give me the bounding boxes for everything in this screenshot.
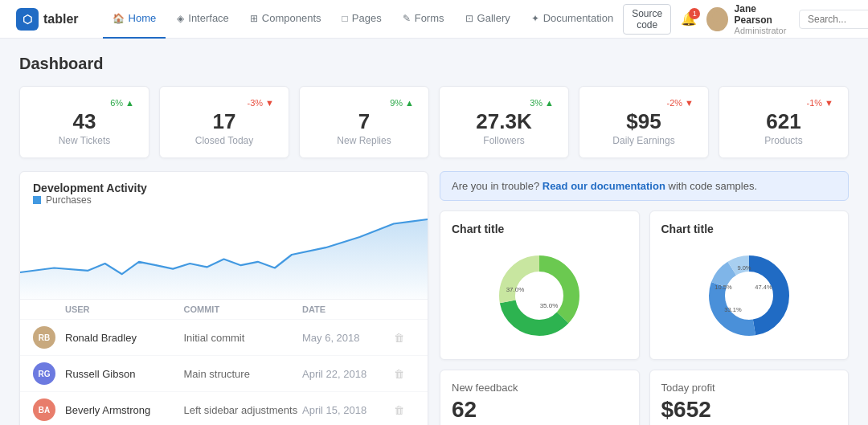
- nav-link-home[interactable]: 🏠Home: [103, 0, 166, 39]
- row-delete-button[interactable]: 🗑: [383, 332, 415, 344]
- topbar-right: Source code 🔔 1 Jane Pearson Administrat…: [623, 3, 868, 35]
- legend-label: Purchases: [46, 194, 92, 206]
- chart-panel-2: Chart title: [649, 210, 850, 360]
- row-commit: Left sidebar adjustments: [184, 404, 303, 416]
- main-content: Dashboard 6% ▲ 43 New Tickets -3% ▼ 17 C…: [0, 39, 868, 425]
- nav-icon: ◈: [177, 13, 184, 24]
- stat-card-inner: 17 Closed Today: [174, 111, 274, 146]
- row-commit: Initial commit: [184, 332, 303, 344]
- stat-card-top: -3% ▼: [174, 98, 274, 108]
- stat-value: 17: [174, 111, 274, 132]
- nav-icon: 🏠: [113, 13, 125, 24]
- table-header: USER COMMIT DATE: [20, 299, 428, 319]
- stat-pct: -1% ▼: [806, 98, 833, 108]
- svg-text:9.0%: 9.0%: [737, 264, 751, 272]
- chart2-title: Chart title: [661, 223, 837, 235]
- stat-card-products: -1% ▼ 621 Products: [719, 86, 849, 158]
- stat-card-closed-today: -3% ▼ 17 Closed Today: [159, 86, 289, 158]
- stat-card-top: 3% ▲: [454, 98, 554, 108]
- alert-link[interactable]: Read our documentation: [542, 180, 665, 192]
- stat-label: Daily Earnings: [594, 135, 694, 146]
- search-input[interactable]: [799, 10, 868, 29]
- user-name: Jane Pearson: [735, 3, 789, 26]
- stat-card-inner: 27.3K Followers: [454, 111, 554, 146]
- stat-value: 621: [734, 111, 833, 132]
- stat-card-top: -1% ▼: [734, 98, 833, 108]
- feedback-value: 62: [452, 397, 628, 423]
- nav-icon: ✎: [403, 13, 411, 24]
- stat-card-new-tickets: 6% ▲ 43 New Tickets: [19, 86, 149, 158]
- nav-icon: ⊞: [250, 13, 258, 24]
- nav-link-interface[interactable]: ◈Interface: [167, 0, 239, 39]
- stat-pct: -3% ▼: [247, 98, 274, 108]
- row-commit: Main structure: [184, 368, 303, 380]
- profit-value: $652: [661, 397, 837, 423]
- logo-icon: ⬡: [16, 8, 39, 31]
- nav-link-components[interactable]: ⊞Components: [240, 0, 331, 39]
- row-name: Ronald Bradley: [65, 332, 184, 344]
- stat-cards-row: 6% ▲ 43 New Tickets -3% ▼ 17 Closed Toda…: [19, 86, 849, 158]
- source-code-button[interactable]: Source code: [623, 4, 671, 35]
- svg-text:33.1%: 33.1%: [724, 306, 742, 313]
- user-role: Administrator: [735, 26, 789, 35]
- search-wrap: 🔍: [799, 10, 868, 29]
- stat-label: Products: [734, 135, 833, 146]
- main-nav: 🏠Home◈Interface⊞Components□Pages✎Forms⊡G…: [103, 0, 624, 39]
- col-user: USER: [65, 304, 184, 314]
- user-menu[interactable]: Jane Pearson Administrator: [706, 3, 789, 35]
- stat-label: Closed Today: [174, 135, 274, 146]
- row-avatar: BA: [33, 398, 55, 421]
- stat-pct: 6% ▲: [110, 98, 134, 108]
- chart-legend: Purchases: [20, 194, 428, 206]
- activity-table: RB Ronald Bradley Initial commit May 6, …: [20, 319, 428, 425]
- line-chart: [20, 210, 428, 299]
- nav-link-pages[interactable]: □Pages: [333, 0, 391, 39]
- col-date: DATE: [302, 304, 383, 314]
- stat-pct: 9% ▲: [390, 98, 414, 108]
- stat-pct: 3% ▲: [530, 98, 554, 108]
- svg-text:35.0%: 35.0%: [540, 302, 559, 309]
- chart-panel-1: Chart title: [440, 210, 640, 360]
- stat-pct: -2% ▼: [666, 98, 694, 108]
- user-avatar: [706, 7, 727, 31]
- row-delete-button[interactable]: 🗑: [383, 404, 415, 416]
- svg-point-5: [517, 273, 562, 318]
- stat-card-daily-earnings: -2% ▼ $95 Daily Earnings: [579, 86, 709, 158]
- nav-link-forms[interactable]: ✎Forms: [393, 0, 454, 39]
- page-title: Dashboard: [19, 55, 849, 73]
- col-commit: COMMIT: [184, 304, 303, 314]
- logo-text: tabler: [43, 12, 79, 27]
- stat-card-followers: 3% ▲ 27.3K Followers: [439, 86, 569, 158]
- row-avatar: RB: [33, 326, 55, 349]
- row-delete-button[interactable]: 🗑: [383, 368, 415, 380]
- feedback-panel: New feedback 62: [440, 370, 640, 425]
- nav-link-gallery[interactable]: ⊡Gallery: [456, 0, 520, 39]
- row-name: Russell Gibson: [65, 368, 184, 380]
- notification-badge: 1: [689, 8, 700, 19]
- donut-chart-2: 47.4% 33.1% 10.5% 9.0%: [661, 243, 837, 348]
- logo-area[interactable]: ⬡ tabler: [16, 8, 79, 31]
- row-name: Beverly Armstrong: [65, 404, 184, 416]
- nav-link-documentation[interactable]: ✦Documentation: [522, 0, 623, 39]
- notifications-button[interactable]: 🔔 1: [681, 11, 697, 27]
- alert-text-after: with code samples.: [669, 180, 758, 192]
- table-row: RG Russell Gibson Main structure April 2…: [20, 355, 428, 391]
- svg-text:10.5%: 10.5%: [714, 284, 732, 291]
- row-avatar: RG: [33, 362, 55, 385]
- stat-card-top: 6% ▲: [35, 98, 134, 108]
- stat-card-top: 9% ▲: [314, 98, 414, 108]
- svg-point-1: [710, 22, 725, 31]
- alert-text-before: Are you in trouble?: [452, 180, 539, 192]
- stat-card-inner: $95 Daily Earnings: [594, 111, 694, 146]
- stat-card-inner: 43 New Tickets: [35, 111, 134, 146]
- nav-icon: ✦: [531, 13, 539, 24]
- nav-icon: □: [342, 13, 348, 24]
- feedback-label: New feedback: [452, 382, 628, 394]
- stat-card-new-replies: 9% ▲ 7 New Replies: [299, 86, 429, 158]
- stat-label: New Replies: [314, 135, 414, 146]
- table-row: BA Beverly Armstrong Left sidebar adjust…: [20, 391, 428, 425]
- stat-label: New Tickets: [35, 135, 134, 146]
- row-date: May 6, 2018: [302, 332, 383, 344]
- table-row: RB Ronald Bradley Initial commit May 6, …: [20, 319, 428, 355]
- stat-value: 27.3K: [454, 111, 554, 132]
